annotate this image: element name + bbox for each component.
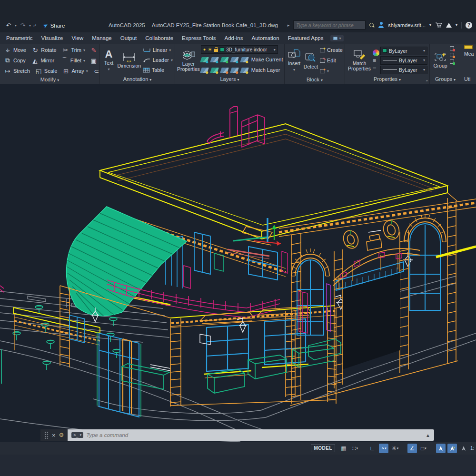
layer-lock-icon[interactable] bbox=[230, 57, 239, 62]
annotation-scale-value[interactable]: 1: bbox=[470, 446, 476, 451]
text-button[interactable]: A Text▾ bbox=[102, 45, 116, 75]
search-icon[interactable] bbox=[369, 23, 374, 28]
command-input-field[interactable]: >_▾ ▲ bbox=[68, 429, 434, 441]
layer-off-icon[interactable] bbox=[220, 57, 229, 62]
ungroup-icon[interactable] bbox=[450, 46, 454, 50]
snap-mode-toggle[interactable]: ∷▾ bbox=[350, 444, 360, 453]
layer-on-tool-icon[interactable] bbox=[210, 68, 219, 73]
user-name[interactable]: shiyamdev.srit... bbox=[388, 22, 426, 28]
layer-isolate-icon[interactable] bbox=[200, 57, 209, 62]
copy-button[interactable]: ⧉Copy bbox=[4, 56, 26, 65]
layer-on-icon[interactable]: ● bbox=[203, 47, 206, 52]
object-snap-toggle[interactable]: □▾ bbox=[419, 444, 428, 453]
make-current-button[interactable]: Make Current bbox=[241, 55, 283, 64]
command-prompt-icon[interactable]: >_▾ bbox=[71, 432, 83, 438]
share-button[interactable]: ➤ Share bbox=[43, 22, 65, 29]
measure-icon[interactable] bbox=[464, 45, 473, 49]
panel-label-modify[interactable]: Modify ▾ bbox=[0, 76, 99, 84]
trim-button[interactable]: ✂Trim▾ bbox=[61, 45, 85, 55]
match-layer-button[interactable]: Match Layer bbox=[241, 65, 280, 75]
insert-button[interactable]: Insert▾ bbox=[287, 45, 302, 76]
lineweight-icon[interactable]: ≡ bbox=[373, 57, 379, 64]
command-grip-icon[interactable] bbox=[44, 431, 49, 439]
user-avatar-icon[interactable] bbox=[378, 22, 384, 28]
street-lines[interactable] bbox=[0, 276, 476, 442]
scale-button[interactable]: ◱Scale bbox=[35, 66, 58, 76]
layer-dropdown[interactable]: ● ☀ 3D_furniture indoor ▾ bbox=[201, 45, 278, 54]
detect-button[interactable]: Detect bbox=[303, 45, 319, 76]
search-box[interactable] bbox=[293, 20, 366, 30]
block-edit-attrib-button[interactable]: ✦▾ bbox=[320, 66, 343, 76]
layer-unlock-tool-icon[interactable] bbox=[230, 68, 239, 73]
linetype-dropdown[interactable]: ByLayer ▾ bbox=[380, 66, 427, 74]
command-customize-icon[interactable]: ⚙ bbox=[59, 432, 64, 438]
tab-featured-apps[interactable]: Featured Apps bbox=[284, 32, 328, 44]
block-create-button[interactable]: ✦Create bbox=[320, 45, 343, 55]
layer-thaw-icon[interactable]: ☀ bbox=[208, 47, 212, 53]
panel-label-groups[interactable]: Groups ▾ bbox=[430, 75, 461, 84]
tab-output[interactable]: Output bbox=[116, 32, 141, 44]
ground-window-2[interactable] bbox=[258, 307, 311, 367]
offset-button[interactable]: ⊂ bbox=[93, 66, 100, 76]
layer-unisolate-icon[interactable] bbox=[200, 68, 209, 73]
erase-button[interactable]: ✎ bbox=[90, 45, 98, 55]
tab-visualize[interactable]: Visualize bbox=[37, 32, 68, 44]
object-color-dropdown[interactable]: ByLayer ▾ bbox=[380, 47, 427, 55]
autodesk-logo-icon[interactable] bbox=[446, 23, 452, 28]
help-icon[interactable]: ? bbox=[466, 22, 472, 29]
model-space-toggle[interactable]: MODEL bbox=[311, 444, 335, 452]
tab-collaborate[interactable]: Collaborate bbox=[141, 32, 178, 44]
stretch-button[interactable]: ↦Stretch bbox=[4, 66, 30, 76]
array-button[interactable]: ⊞Array▾ bbox=[62, 66, 88, 76]
panel-label-layers[interactable]: Layers ▾ bbox=[175, 75, 284, 84]
isometric-drafting-toggle[interactable]: ✳▾ bbox=[390, 444, 400, 453]
autodesk-dropdown-icon[interactable]: ▾ bbox=[456, 23, 457, 27]
search-collapse-icon[interactable]: ▸ bbox=[288, 23, 290, 28]
dimension-button[interactable]: Dimension bbox=[117, 45, 142, 75]
undo-icon[interactable]: ↶ bbox=[5, 22, 12, 29]
command-history-icon[interactable]: ▲ bbox=[426, 433, 430, 438]
redo-icon[interactable]: ↷ bbox=[19, 22, 27, 29]
layer-properties-button[interactable]: Layer Properties bbox=[177, 45, 200, 75]
store-cart-icon[interactable] bbox=[435, 22, 442, 28]
polar-tracking-toggle[interactable]: ◔▾ bbox=[379, 444, 388, 453]
qat-customize-icon[interactable]: ⇄ bbox=[33, 23, 37, 28]
search-input[interactable] bbox=[296, 22, 363, 28]
layer-freeze-icon[interactable] bbox=[210, 57, 219, 62]
linear-button[interactable]: Linear▾ bbox=[143, 45, 173, 55]
panel-label-block[interactable]: Block ▾ bbox=[285, 76, 345, 84]
user-dropdown-icon[interactable]: ▾ bbox=[429, 23, 431, 27]
central-archway[interactable] bbox=[333, 230, 420, 369]
annotation-scale-button[interactable] bbox=[459, 444, 468, 453]
group-button[interactable]: Group bbox=[432, 45, 449, 75]
properties-dialog-launcher-icon[interactable]: » bbox=[426, 79, 428, 83]
model-space-canvas[interactable]: × ⚙ >_▾ ▲ bbox=[0, 84, 476, 442]
porthole-window-2[interactable] bbox=[381, 218, 402, 241]
rotate-button[interactable]: ↻Rotate bbox=[31, 45, 57, 55]
panel-label-utilities[interactable]: Uti bbox=[461, 75, 476, 84]
group-selection-icon[interactable] bbox=[450, 60, 454, 64]
panel-label-properties[interactable]: Properties ▾ bbox=[345, 75, 429, 84]
tab-overflow-button[interactable]: ▾ bbox=[330, 35, 344, 41]
roof-parapet[interactable] bbox=[100, 124, 447, 239]
redo-dropdown-icon[interactable]: ▾ bbox=[29, 23, 31, 28]
layer-color-swatch[interactable] bbox=[220, 48, 224, 52]
leader-button[interactable]: Leader▾ bbox=[143, 55, 173, 65]
lineweight-dropdown[interactable]: ByLayer ▾ bbox=[380, 56, 427, 65]
command-palette-handle[interactable]: × ⚙ bbox=[40, 429, 68, 441]
drawing-viewport[interactable] bbox=[0, 84, 476, 442]
command-input[interactable] bbox=[86, 432, 423, 438]
tab-express-tools[interactable]: Express Tools bbox=[178, 32, 220, 44]
tab-automation[interactable]: Automation bbox=[247, 32, 283, 44]
layer-unlock-icon[interactable] bbox=[214, 49, 218, 52]
ortho-mode-toggle[interactable]: ∟ bbox=[367, 444, 377, 453]
annotation-visibility-toggle[interactable] bbox=[436, 444, 446, 453]
tab-add-ins[interactable]: Add-ins bbox=[220, 32, 247, 44]
tab-parametric[interactable]: Parametric bbox=[2, 32, 37, 44]
block-edit-button[interactable]: ✎Edit bbox=[320, 56, 343, 65]
object-snap-tracking-toggle[interactable]: ∠ bbox=[407, 444, 417, 453]
annotation-autoscale-toggle[interactable] bbox=[447, 444, 457, 453]
color-wheel-icon[interactable] bbox=[373, 50, 379, 56]
porthole-window-1[interactable] bbox=[341, 228, 360, 250]
mirror-button[interactable]: ◭Mirror bbox=[31, 56, 56, 65]
